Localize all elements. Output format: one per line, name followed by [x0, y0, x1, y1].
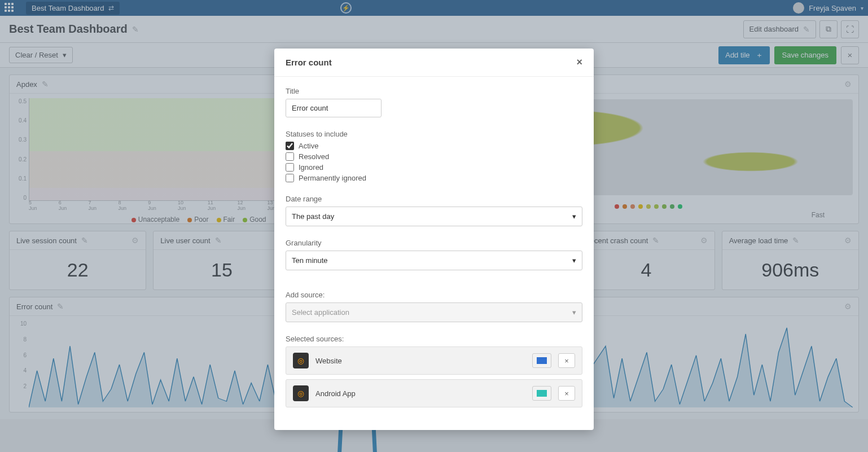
remove-source-button[interactable]: ×: [558, 353, 575, 368]
app-badge-icon: ◎: [293, 385, 309, 401]
remove-source-button[interactable]: ×: [558, 386, 575, 401]
checkbox[interactable]: [286, 152, 294, 161]
modal-title: Error count: [286, 58, 332, 67]
checkbox[interactable]: [286, 163, 294, 172]
date-range-select[interactable]: The past day▾: [286, 207, 582, 226]
title-label: Title: [286, 87, 582, 95]
chevron-down-icon: ▾: [572, 256, 576, 265]
color-swatch-button[interactable]: [532, 353, 551, 368]
granularity-select[interactable]: Ten minute▾: [286, 251, 582, 270]
error-count-modal: Error count × Title Statuses to include …: [274, 49, 594, 430]
source-item-android: ◎ Android App ×: [286, 379, 582, 407]
modal-overlay[interactable]: Error count × Title Statuses to include …: [0, 0, 868, 452]
app-badge-icon: ◎: [293, 353, 309, 368]
color-swatch-button[interactable]: [532, 386, 551, 401]
checkbox[interactable]: [286, 174, 294, 182]
status-ignored[interactable]: Ignored: [286, 163, 582, 172]
chevron-down-icon: ▾: [572, 308, 576, 317]
add-source-label: Add source:: [286, 291, 582, 299]
granularity-label: Granularity: [286, 239, 582, 247]
add-source-select[interactable]: Select application▾: [286, 302, 582, 322]
checkbox[interactable]: [286, 142, 294, 150]
selected-sources-label: Selected sources:: [286, 335, 582, 343]
status-resolved[interactable]: Resolved: [286, 152, 582, 161]
source-item-website: ◎ Website ×: [286, 346, 582, 375]
statuses-label: Statuses to include: [286, 130, 582, 138]
chevron-down-icon: ▾: [572, 212, 576, 221]
status-perm-ignored[interactable]: Permanently ignored: [286, 174, 582, 182]
close-icon[interactable]: ×: [576, 56, 582, 68]
title-input[interactable]: [286, 99, 382, 117]
date-range-label: Date range: [286, 195, 582, 203]
status-active[interactable]: Active: [286, 142, 582, 150]
